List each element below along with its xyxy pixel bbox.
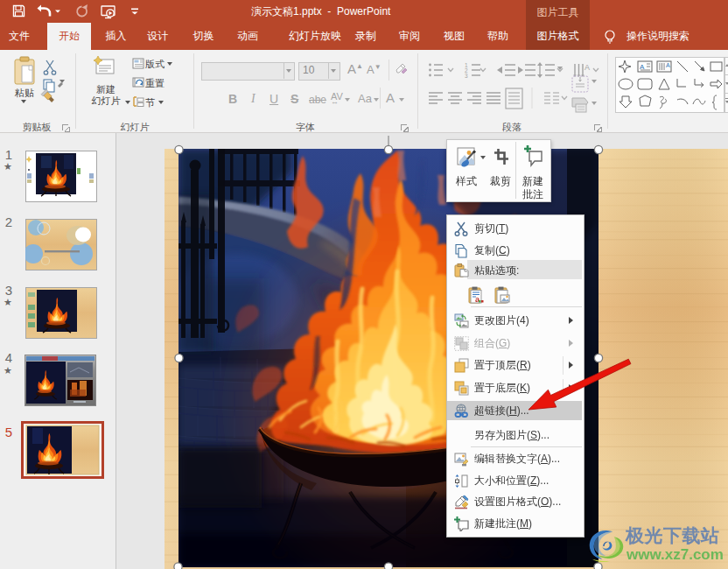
svg-text:A: A <box>666 62 670 68</box>
svg-text:A: A <box>584 63 590 72</box>
svg-text:3: 3 <box>465 73 468 79</box>
svg-text:www.xz7.com: www.xz7.com <box>626 546 724 563</box>
svg-text:极光下载站: 极光下载站 <box>625 525 720 545</box>
